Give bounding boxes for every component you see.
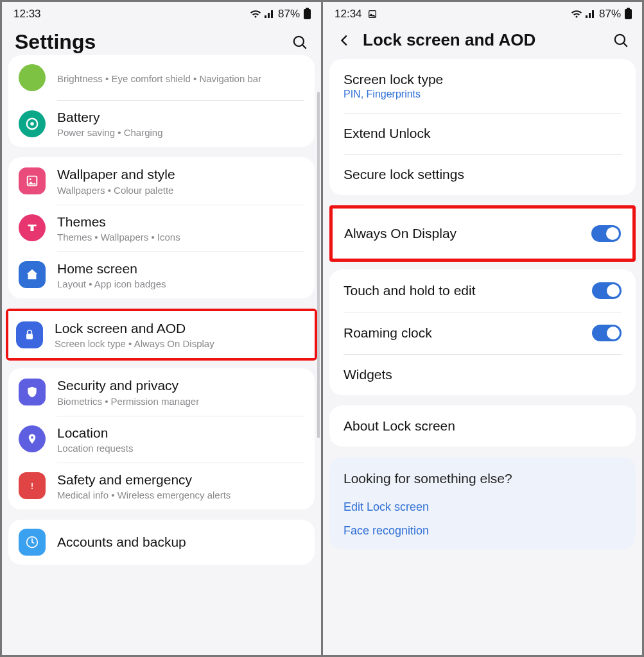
settings-screen: 12:33 87% Settings Brightness • Eye comf…	[2, 2, 321, 655]
wifi-icon	[250, 10, 261, 19]
wallpaper-icon	[19, 167, 46, 194]
settings-group: Security and privacy Biometrics • Permis…	[8, 368, 315, 509]
toggle-touch-hold[interactable]	[592, 282, 622, 299]
settings-row-themes[interactable]: Themes Themes • Wallpapers • Icons	[8, 205, 315, 252]
page-title: Lock screen and AOD	[363, 30, 613, 50]
settings-group: Brightness • Eye comfort shield • Naviga…	[8, 55, 315, 147]
row-title: Extend Unlock	[344, 126, 622, 141]
signal-icon	[585, 10, 596, 19]
row-title: Roaming clock	[344, 325, 592, 341]
display-icon	[19, 64, 46, 91]
settings-row-security[interactable]: Security and privacy Biometrics • Permis…	[8, 368, 315, 415]
page-title: Settings	[15, 30, 292, 54]
row-touch-hold-edit[interactable]: Touch and hold to edit	[329, 269, 636, 312]
location-icon	[19, 425, 46, 452]
row-title: Accounts and backup	[57, 534, 304, 550]
svg-rect-8	[31, 483, 33, 487]
row-sub: Location requests	[57, 443, 304, 454]
row-title: Security and privacy	[57, 377, 304, 394]
row-sub: Power saving • Charging	[57, 127, 304, 138]
status-time: 12:34	[335, 8, 362, 21]
svg-point-7	[31, 436, 33, 439]
row-title: Widgets	[344, 367, 622, 382]
link-edit-lock-screen[interactable]: Edit Lock screen	[344, 495, 622, 519]
row-sub: Medical info • Wireless emergency alerts	[57, 490, 304, 500]
home-icon	[19, 261, 46, 288]
link-face-recognition[interactable]: Face recognition	[344, 519, 622, 543]
svg-point-5	[30, 178, 31, 180]
signal-icon	[264, 10, 275, 19]
svg-point-3	[30, 122, 34, 126]
row-sub: Wallpapers • Colour palette	[57, 185, 304, 196]
themes-icon	[19, 214, 46, 241]
status-battery: 87%	[599, 8, 621, 21]
search-icon[interactable]	[613, 32, 629, 49]
status-bar: 12:33 87%	[2, 2, 321, 24]
highlight-box: Lock screen and AOD Screen lock type • A…	[6, 309, 317, 361]
row-title: Secure lock settings	[344, 167, 622, 182]
settings-group: Wallpaper and style Wallpapers • Colour …	[8, 157, 315, 298]
shield-icon	[19, 379, 46, 405]
settings-row-display[interactable]: Brightness • Eye comfort shield • Naviga…	[8, 55, 315, 100]
svg-line-12	[623, 43, 627, 46]
emergency-icon	[19, 472, 46, 499]
row-always-on-display[interactable]: Always On Display	[333, 209, 632, 259]
toggle-roaming-clock[interactable]	[592, 325, 622, 341]
footer-suggestions: Looking for something else? Edit Lock sc…	[329, 457, 636, 549]
highlight-box: Always On Display	[329, 205, 636, 262]
toggle-aod[interactable]	[591, 225, 621, 242]
settings-row-accounts[interactable]: Accounts and backup	[8, 520, 315, 565]
settings-row-wallpaper[interactable]: Wallpaper and style Wallpapers • Colour …	[8, 157, 315, 204]
row-sub: PIN, Fingerprints	[344, 89, 622, 100]
lock-icon	[16, 321, 43, 348]
row-title: Wallpaper and style	[57, 166, 304, 183]
row-title: Home screen	[57, 260, 304, 277]
svg-rect-6	[26, 334, 33, 339]
svg-line-1	[302, 45, 306, 48]
row-extend-unlock[interactable]: Extend Unlock	[329, 113, 636, 154]
settings-card: About Lock screen	[329, 405, 636, 447]
row-title: Location	[57, 425, 304, 441]
row-title: Lock screen and AOD	[55, 320, 304, 337]
footer-title: Looking for something else?	[344, 471, 622, 486]
row-title: Themes	[57, 214, 304, 230]
row-title: Touch and hold to edit	[344, 283, 592, 298]
row-sub: Layout • App icon badges	[57, 278, 304, 289]
row-title: Safety and emergency	[57, 472, 304, 488]
svg-point-11	[615, 34, 625, 44]
battery-icon	[19, 110, 46, 137]
header: Lock screen and AOD	[323, 24, 642, 59]
row-title: Screen lock type	[344, 72, 622, 87]
row-sub: Biometrics • Permission manager	[57, 396, 304, 407]
settings-row-safety[interactable]: Safety and emergency Medical info • Wire…	[8, 463, 315, 509]
row-screen-lock-type[interactable]: Screen lock type PIN, Fingerprints	[329, 59, 636, 113]
battery-icon	[625, 9, 632, 19]
row-roaming-clock[interactable]: Roaming clock	[329, 312, 636, 354]
wifi-icon	[571, 10, 582, 19]
status-time: 12:33	[13, 8, 41, 21]
row-widgets[interactable]: Widgets	[329, 354, 636, 395]
settings-row-home[interactable]: Home screen Layout • App icon badges	[8, 252, 315, 298]
settings-card: Screen lock type PIN, Fingerprints Exten…	[329, 59, 636, 195]
accounts-icon	[19, 529, 46, 556]
settings-row-battery[interactable]: Battery Power saving • Charging	[8, 100, 315, 147]
settings-group: Accounts and backup	[8, 520, 315, 565]
back-button[interactable]	[336, 31, 354, 49]
settings-row-lockscreen[interactable]: Lock screen and AOD Screen lock type • A…	[8, 311, 315, 358]
battery-icon	[304, 9, 311, 19]
screenshot-icon	[367, 9, 378, 19]
search-icon[interactable]	[292, 34, 308, 51]
chevron-left-icon	[338, 33, 352, 47]
row-sub: Brightness • Eye comfort shield • Naviga…	[57, 73, 304, 84]
svg-rect-9	[31, 488, 33, 490]
row-sub: Themes • Wallpapers • Icons	[57, 232, 304, 243]
row-secure-lock-settings[interactable]: Secure lock settings	[329, 154, 636, 195]
row-about-lock-screen[interactable]: About Lock screen	[329, 405, 636, 447]
settings-card: Touch and hold to edit Roaming clock Wid…	[329, 269, 636, 395]
row-title: Always On Display	[344, 226, 591, 241]
svg-point-0	[294, 36, 304, 46]
status-battery: 87%	[278, 8, 300, 21]
status-bar: 12:34 87%	[323, 2, 642, 24]
settings-row-location[interactable]: Location Location requests	[8, 416, 315, 463]
scroll-indicator[interactable]	[317, 92, 320, 438]
